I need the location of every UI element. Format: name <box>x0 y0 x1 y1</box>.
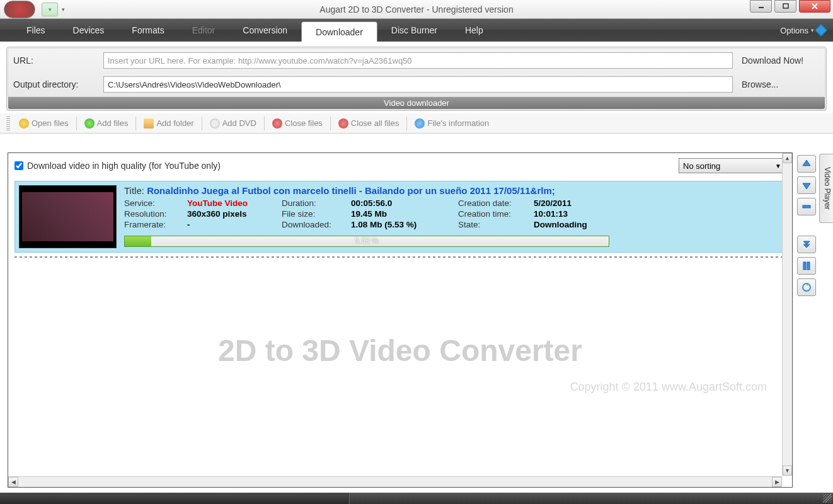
convert-button[interactable] <box>797 278 816 296</box>
quick-access-toolbar: ▾ ▾ <box>42 3 68 16</box>
scroll-right-button[interactable]: ▶ <box>772 477 782 487</box>
info-icon <box>415 118 425 129</box>
video-title[interactable]: Ronaldinho Juega al Futbol con marcelo t… <box>147 185 555 196</box>
folder-icon <box>144 118 154 129</box>
resolution-value: 360x360 pixels <box>187 209 282 219</box>
scroll-up-button[interactable]: ▲ <box>783 153 792 163</box>
move-up-button[interactable] <box>797 155 816 173</box>
close-all-files-button[interactable]: Close all files <box>333 117 405 130</box>
sort-selected: No sorting <box>683 161 720 171</box>
panel-caption: Video downloader <box>8 97 825 109</box>
progress-text: 5.53 % <box>355 236 378 245</box>
filesize-value: 19.45 Mb <box>351 209 458 219</box>
qat-expand[interactable]: ▾ <box>62 6 68 13</box>
title-label: Title: <box>124 185 144 196</box>
creation-date-value: 5/20/2011 <box>534 198 622 208</box>
svg-rect-5 <box>803 262 806 270</box>
menu-conversion[interactable]: Conversion <box>229 19 301 42</box>
pause-button[interactable] <box>797 257 816 275</box>
hq-checkbox[interactable]: Download video in high quality (for YouT… <box>14 161 221 171</box>
move-down-button[interactable] <box>797 176 816 194</box>
add-folder-button[interactable]: Add folder <box>139 117 198 130</box>
scroll-down-button[interactable]: ▼ <box>783 466 792 476</box>
hq-checkbox-label: Download video in high quality (for YouT… <box>27 161 221 171</box>
app-logo <box>4 1 35 18</box>
file-info-button[interactable]: File's information <box>410 117 494 130</box>
menu-formats[interactable]: Formats <box>118 19 178 42</box>
menu-downloader[interactable]: Downloader <box>301 21 377 42</box>
maximize-button[interactable] <box>774 0 796 13</box>
separator <box>14 256 786 258</box>
service-value: YouTube Video <box>187 198 282 208</box>
watermark-text: 2D to 3D Video Converter <box>8 333 792 368</box>
menu-devices[interactable]: Devices <box>59 19 118 42</box>
menu-files[interactable]: Files <box>13 19 59 42</box>
duration-value: 00:05:56.0 <box>351 198 458 208</box>
close-files-icon <box>272 118 282 129</box>
sort-dropdown[interactable]: No sorting ▼ <box>679 158 786 173</box>
window-title: Augart 2D to 3D Converter - Unregistered… <box>319 4 513 14</box>
remove-button[interactable] <box>797 198 816 215</box>
minimize-button[interactable] <box>750 0 772 13</box>
video-metadata: Service:YouTube Video Duration:00:05:56.… <box>124 198 781 229</box>
menu-disc-burner[interactable]: Disc Burner <box>377 19 451 42</box>
download-list: Download video in high quality (for YouT… <box>8 152 793 488</box>
chevron-down-icon: ▼ <box>775 163 781 169</box>
toolbar-grip[interactable] <box>6 117 10 130</box>
download-now-button[interactable]: Download Now! <box>738 55 820 66</box>
side-toolbar <box>793 149 820 491</box>
title-bar: ▾ ▾ Augart 2D to 3D Converter - Unregist… <box>0 0 833 19</box>
output-dir-input[interactable] <box>103 76 733 93</box>
vertical-scrollbar[interactable]: ▲ ▼ <box>782 153 792 476</box>
file-toolbar: Open files Add files Add folder Add DVD … <box>0 113 833 134</box>
download-all-button[interactable] <box>797 236 816 253</box>
video-thumbnail <box>19 185 117 248</box>
status-segment <box>0 493 350 504</box>
options-icon <box>815 24 827 37</box>
dvd-icon <box>210 118 220 129</box>
close-all-icon <box>338 118 348 129</box>
svg-rect-4 <box>803 205 810 208</box>
progress-bar: 5.53 % <box>124 236 609 247</box>
downloaded-value: 1.08 Mb (5.53 %) <box>351 220 458 229</box>
close-files-button[interactable]: Close files <box>267 117 328 130</box>
add-dvd-button[interactable]: Add DVD <box>205 117 261 130</box>
url-input[interactable] <box>103 52 733 69</box>
video-player-tab[interactable]: Video Player <box>819 154 833 223</box>
open-files-button[interactable]: Open files <box>14 117 74 130</box>
add-files-button[interactable]: Add files <box>79 117 134 130</box>
browse-button[interactable]: Browse... <box>738 79 820 89</box>
output-dir-label: Output directory: <box>13 79 98 89</box>
svg-rect-1 <box>783 4 788 8</box>
url-label: URL: <box>13 55 98 66</box>
resize-grip[interactable] <box>823 494 832 503</box>
menu-bar: Files Devices Formats Editor Conversion … <box>0 19 833 42</box>
horizontal-scrollbar[interactable]: ◀ ▶ <box>8 476 782 487</box>
svg-rect-6 <box>807 262 810 270</box>
options-button[interactable]: Options ▾ <box>780 19 825 42</box>
menu-editor: Editor <box>178 19 229 42</box>
progress-fill <box>125 236 151 246</box>
chevron-down-icon: ▾ <box>811 27 814 33</box>
download-panel: URL: Download Now! Output directory: Bro… <box>6 47 827 111</box>
close-button[interactable] <box>799 0 830 13</box>
creation-time-value: 10:01:13 <box>534 209 622 219</box>
add-icon <box>84 118 95 129</box>
qat-button[interactable]: ▾ <box>42 3 58 16</box>
main-area: Download video in high quality (for YouT… <box>0 149 833 491</box>
options-label: Options <box>780 26 808 35</box>
hq-checkbox-input[interactable] <box>14 161 23 170</box>
copyright-text: Copyright © 2011 www.AugartSoft.com <box>8 381 767 394</box>
state-value: Downloading <box>534 220 622 229</box>
menu-help[interactable]: Help <box>451 19 497 42</box>
download-item[interactable]: Title: Ronaldinho Juega al Futbol con ma… <box>14 181 786 253</box>
status-bar <box>0 493 833 504</box>
scroll-left-button[interactable]: ◀ <box>8 477 18 487</box>
open-icon <box>19 118 29 129</box>
framerate-value: - <box>187 220 282 229</box>
